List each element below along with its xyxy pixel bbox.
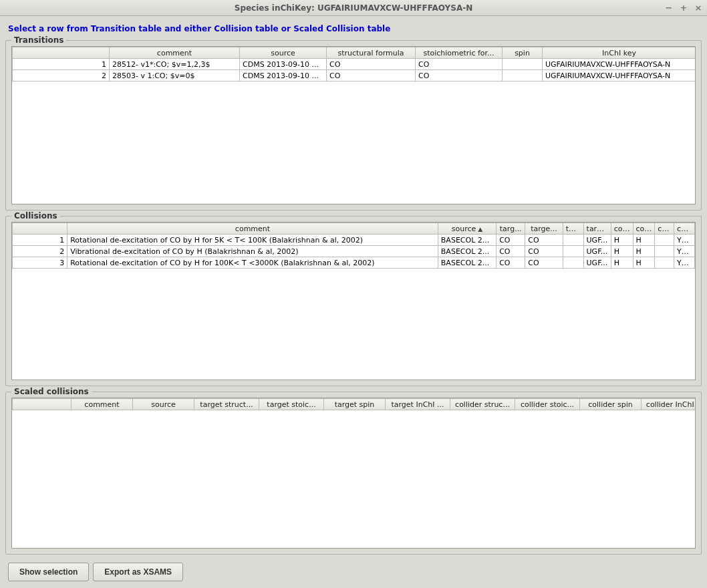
th-targ1[interactable]: targ...: [497, 223, 525, 235]
cell: BASECOL 2...: [438, 235, 496, 246]
cell: 2: [13, 246, 67, 257]
th-stoich[interactable]: stoichiometric for...: [416, 47, 503, 59]
th-cinchi[interactable]: collider InChI...: [642, 399, 696, 410]
cell: [503, 59, 543, 70]
cell: YZ...: [674, 257, 695, 269]
cell: CO: [327, 70, 416, 82]
collisions-legend: Collisions: [11, 211, 60, 220]
cell: H: [611, 246, 633, 257]
cell: CDMS 2013-09-10 ...: [240, 70, 327, 82]
th-comment[interactable]: comment: [72, 399, 133, 410]
th-source[interactable]: source: [438, 223, 496, 235]
cell: [563, 257, 583, 269]
table-row[interactable]: 1Rotational de-excitation of CO by H for…: [13, 235, 695, 246]
cell: H: [633, 246, 655, 257]
th-tstoic[interactable]: target stoic...: [259, 399, 324, 410]
th-tspin[interactable]: target spin: [324, 399, 386, 410]
cell: [655, 246, 674, 257]
table-row[interactable]: 2Vibrational de-excitation of CO by H (B…: [13, 246, 695, 257]
table-row[interactable]: 128512- v1*:CO; $v=1,2,3$CDMS 2013-09-10…: [13, 59, 696, 70]
close-icon[interactable]: ×: [692, 1, 704, 13]
cell: 1: [13, 59, 110, 70]
cell: YZ...: [674, 235, 695, 246]
window-title: Species inChiKey: UGFAIRIUMAVXCW-UHFFFAO…: [235, 3, 473, 13]
cell: BASECOL 2...: [438, 246, 496, 257]
th-source[interactable]: source: [133, 399, 194, 410]
instruction-text: Select a row from Transition table and e…: [5, 21, 702, 40]
th-coll2[interactable]: colli...: [633, 223, 655, 235]
transitions-table[interactable]: comment source structural formula stoich…: [12, 47, 696, 82]
cell: CO: [497, 235, 525, 246]
minimize-icon[interactable]: −: [663, 1, 675, 13]
collisions-fieldset: Collisions comment source targ... targe.…: [5, 216, 702, 386]
table-row[interactable]: 228503- v 1:CO; $v=0$CDMS 2013-09-10 ...…: [13, 70, 696, 82]
th-source[interactable]: source: [240, 47, 327, 59]
th-targ2[interactable]: targe...: [525, 223, 563, 235]
maximize-icon[interactable]: +: [678, 1, 690, 13]
cell: H: [633, 235, 655, 246]
th-inchi[interactable]: InChI key: [543, 47, 696, 59]
cell: CO: [525, 246, 563, 257]
cell: CO: [416, 70, 503, 82]
cell: Rotational de-excitation of CO by H for …: [67, 235, 438, 246]
cell: CO: [497, 257, 525, 269]
button-row: Show selection Export as XSAMS: [5, 560, 702, 583]
th-rownum[interactable]: [13, 47, 110, 59]
scaled-legend: Scaled collisions: [11, 387, 92, 396]
cell: [563, 246, 583, 257]
cell: CO: [416, 59, 503, 70]
cell: UGFAIRIUMAVXCW-UHFFFAOYSA-N: [543, 59, 696, 70]
scaled-collisions-table[interactable]: comment source target struct... target s…: [12, 398, 696, 410]
cell: Rotational de-excitation of CO by H for …: [67, 257, 438, 269]
cell: [503, 70, 543, 82]
collisions-table[interactable]: comment source targ... targe... tar... t…: [12, 223, 695, 269]
cell: CO: [525, 257, 563, 269]
cell: H: [633, 257, 655, 269]
th-cstoic[interactable]: collider stoic...: [515, 399, 580, 410]
th-cstruct[interactable]: collider struc...: [450, 399, 515, 410]
th-rownum[interactable]: [13, 223, 67, 235]
cell: H: [611, 235, 633, 246]
cell: 28512- v1*:CO; $v=1,2,3$: [110, 59, 240, 70]
th-targ3[interactable]: tar...: [563, 223, 583, 235]
cell: Vibrational de-excitation of CO by H (Ba…: [67, 246, 438, 257]
cell: UGF...: [583, 235, 611, 246]
cell: BASECOL 2...: [438, 257, 496, 269]
th-coll1[interactable]: coll...: [611, 223, 633, 235]
cell: CDMS 2013-09-10 ...: [240, 59, 327, 70]
cell: [655, 257, 674, 269]
th-comment[interactable]: comment: [67, 223, 438, 235]
cell: [563, 235, 583, 246]
th-struct[interactable]: structural formula: [327, 47, 416, 59]
window-titlebar: Species inChiKey: UGFAIRIUMAVXCW-UHFFFAO…: [0, 0, 707, 16]
th-spin[interactable]: spin: [503, 47, 543, 59]
show-selection-button[interactable]: Show selection: [8, 563, 89, 581]
th-tinchi[interactable]: target InChI ...: [386, 399, 450, 410]
export-xsams-button[interactable]: Export as XSAMS: [93, 563, 183, 581]
cell: UGF...: [583, 257, 611, 269]
th-coll3[interactable]: col...: [655, 223, 674, 235]
th-tstruct[interactable]: target struct...: [194, 399, 259, 410]
th-coll4[interactable]: co...: [674, 223, 695, 235]
cell: UGFAIRIUMAVXCW-UHFFFAOYSA-N: [543, 70, 696, 82]
cell: CO: [327, 59, 416, 70]
cell: 2: [13, 70, 110, 82]
transitions-legend: Transitions: [11, 35, 66, 45]
cell: 1: [13, 235, 67, 246]
table-row[interactable]: 3Rotational de-excitation of CO by H for…: [13, 257, 695, 269]
th-rownum[interactable]: [13, 399, 72, 410]
transitions-fieldset: Transitions comment source structural fo…: [5, 40, 702, 210]
cell: YZ...: [674, 246, 695, 257]
cell: CO: [497, 246, 525, 257]
cell: CO: [525, 235, 563, 246]
cell: H: [611, 257, 633, 269]
th-comment[interactable]: comment: [110, 47, 240, 59]
th-cspin[interactable]: collider spin: [580, 399, 642, 410]
cell: 3: [13, 257, 67, 269]
cell: UGF...: [583, 246, 611, 257]
cell: [655, 235, 674, 246]
cell: 28503- v 1:CO; $v=0$: [110, 70, 240, 82]
scaled-fieldset: Scaled collisions comment source target …: [5, 392, 702, 555]
th-targ4[interactable]: targ...: [583, 223, 611, 235]
